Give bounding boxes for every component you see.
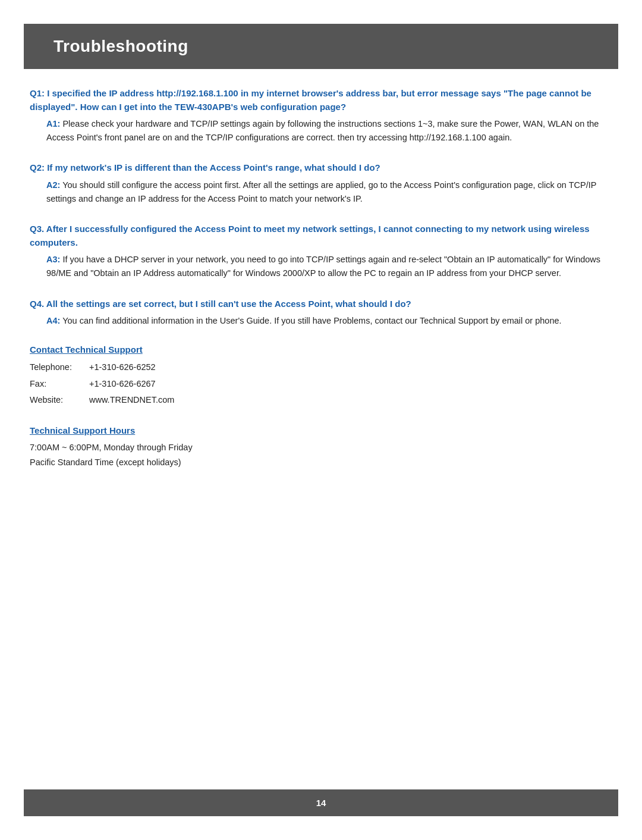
answer-label-q4: A4:: [46, 316, 60, 325]
qa-block-q1: Q1: I specified the IP address http://19…: [30, 87, 612, 145]
contact-value-website: www.TRENDNET.com: [89, 392, 174, 409]
answer-label-q3: A3:: [46, 255, 60, 264]
page-number: 14: [316, 798, 326, 808]
answer-text-q2: You should still configure the access po…: [46, 180, 596, 203]
answer-text-q3: If you have a DHCP server in your networ…: [46, 255, 600, 278]
contact-row-fax: Fax: +1-310-626-6267: [30, 376, 612, 393]
support-hours-line2: Pacific Standard Time (except holidays): [30, 455, 612, 470]
page-wrapper: Troubleshooting Q1: I specified the IP a…: [0, 0, 642, 840]
support-hours-line1: 7:00AM ~ 6:00PM, Monday through Friday: [30, 440, 612, 455]
answer-q2: A2: You should still configure the acces…: [30, 178, 612, 206]
question-q3: Q3. After I successfully configured the …: [30, 222, 612, 249]
question-text-q2: If my network's IP is different than the…: [45, 162, 380, 173]
contact-section: Contact Technical Support Telephone: +1-…: [30, 344, 612, 409]
support-hours-section: Technical Support Hours 7:00AM ~ 6:00PM,…: [30, 425, 612, 469]
question-q1: Q1: I specified the IP address http://19…: [30, 87, 612, 114]
question-text-q4: All the settings are set correct, but I …: [44, 299, 411, 309]
technical-support-hours-link[interactable]: Technical Support Hours: [30, 425, 135, 435]
support-hours-text: 7:00AM ~ 6:00PM, Monday through Friday P…: [30, 440, 612, 469]
question-q4: Q4. All the settings are set correct, bu…: [30, 297, 612, 311]
contact-label-fax: Fax:: [30, 376, 89, 393]
answer-text-q1: Please check your hardware and TCP/IP se…: [46, 119, 599, 142]
footer-bar: 14: [24, 789, 618, 816]
question-label-q4: Q4.: [30, 299, 44, 309]
question-text-q3: After I successfully configured the Acce…: [30, 224, 590, 247]
contact-value-telephone: +1-310-626-6252: [89, 359, 156, 376]
qa-block-q3: Q3. After I successfully configured the …: [30, 222, 612, 280]
qa-block-q2: Q2: If my network's IP is different than…: [30, 161, 612, 206]
answer-label-q1: A1:: [46, 119, 60, 128]
answer-q4: A4: You can find additional information …: [30, 314, 612, 328]
contact-row-telephone: Telephone: +1-310-626-6252: [30, 359, 612, 376]
contact-value-fax: +1-310-626-6267: [89, 376, 156, 393]
page-title: Troubleshooting: [54, 37, 588, 56]
answer-text-q4: You can find additional information in t…: [60, 316, 561, 325]
contact-label-website: Website:: [30, 392, 89, 409]
contact-label-telephone: Telephone:: [30, 359, 89, 376]
question-label-q3: Q3.: [30, 224, 44, 234]
answer-q3: A3: If you have a DHCP server in your ne…: [30, 253, 612, 280]
contact-row-website: Website: www.TRENDNET.com: [30, 392, 612, 409]
header-bar: Troubleshooting: [24, 24, 618, 69]
question-q2: Q2: If my network's IP is different than…: [30, 161, 612, 175]
content-area: Q1: I specified the IP address http://19…: [0, 69, 642, 650]
answer-q1: A1: Please check your hardware and TCP/I…: [30, 117, 612, 145]
question-label-q2: Q2:: [30, 162, 45, 173]
question-text-q1: I specified the IP address http://192.16…: [30, 88, 591, 112]
contact-table: Telephone: +1-310-626-6252 Fax: +1-310-6…: [30, 359, 612, 409]
contact-technical-support-link[interactable]: Contact Technical Support: [30, 344, 143, 355]
answer-label-q2: A2:: [46, 180, 60, 190]
qa-block-q4: Q4. All the settings are set correct, bu…: [30, 297, 612, 328]
question-label-q1: Q1:: [30, 88, 45, 98]
